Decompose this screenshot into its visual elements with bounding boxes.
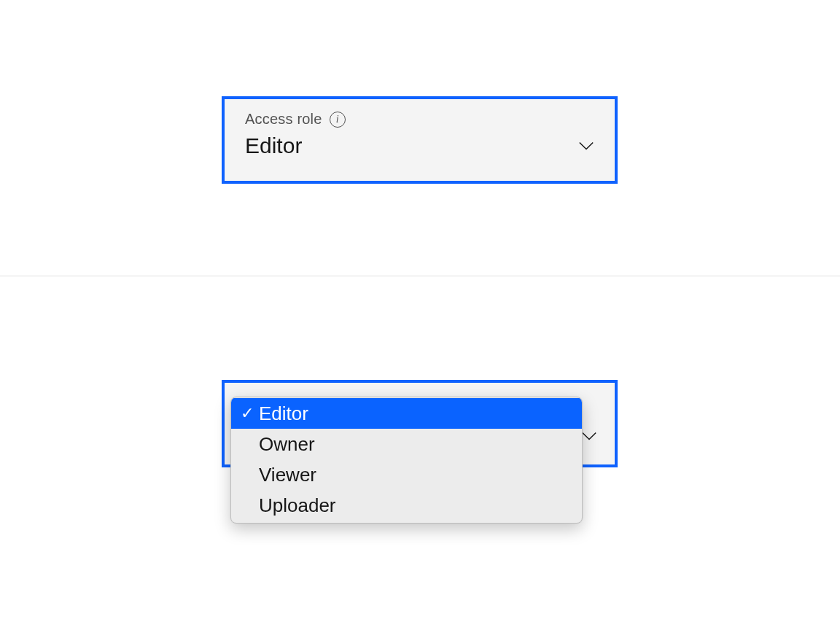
dropdown-value-row: Editor <box>245 133 594 158</box>
menu-item-label: Editor <box>259 402 308 425</box>
info-icon[interactable]: i <box>330 112 346 128</box>
menu-item-label: Owner <box>259 433 315 456</box>
access-role-menu: ✓ Editor ✓ Owner ✓ Viewer ✓ Uploader <box>230 397 583 524</box>
dropdown-label: Access role <box>245 111 322 128</box>
menu-item-label: Uploader <box>259 494 336 517</box>
menu-item-editor[interactable]: ✓ Editor <box>231 398 582 429</box>
menu-item-viewer[interactable]: ✓ Viewer <box>231 459 582 490</box>
section-divider <box>0 276 840 276</box>
menu-item-label: Viewer <box>259 464 316 486</box>
check-icon: ✓ <box>238 405 256 421</box>
chevron-down-icon <box>578 141 594 151</box>
menu-item-uploader[interactable]: ✓ Uploader <box>231 490 582 521</box>
chevron-down-icon <box>581 431 597 441</box>
dropdown-label-row: Access role i <box>245 111 594 128</box>
menu-item-owner[interactable]: ✓ Owner <box>231 429 582 459</box>
access-role-dropdown[interactable]: Access role i Editor <box>222 96 618 184</box>
dropdown-selected-value: Editor <box>245 133 302 158</box>
